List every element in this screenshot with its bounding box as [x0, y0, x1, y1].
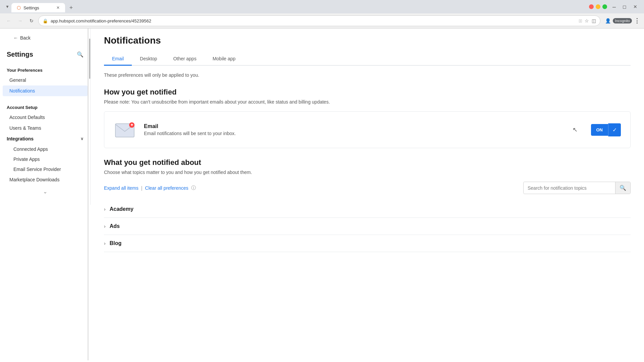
sidebar-toggle-icon[interactable]: ◫: [592, 18, 596, 23]
browser-tab-title: Settings: [23, 5, 39, 10]
notify-section-title: What you get notified about: [104, 158, 631, 167]
integrations-chevron-icon: ∨: [80, 136, 84, 141]
accordion-chevron-blog: ›: [104, 241, 106, 246]
sidebar-section-your-preferences: Your Preferences: [0, 62, 90, 75]
email-notification-card: ✦ Email Email notifications will be sent…: [104, 111, 631, 148]
clear-all-link[interactable]: Clear all preferences: [145, 185, 188, 191]
sidebar-scroll-indicator: [88, 28, 89, 360]
notification-search-button[interactable]: 🔍: [615, 182, 630, 194]
accordion-chevron-ads: ›: [104, 224, 106, 229]
sidebar-group-integrations-header[interactable]: Integrations ∨: [0, 133, 90, 144]
tabs-bar: Email Desktop Other apps Mobile app: [104, 53, 631, 66]
browser-tab-active[interactable]: ⬡ Settings ✕: [11, 3, 65, 12]
browser-chrome: ▼ ⬡ Settings ✕ + – ◻ ✕ ← → ↻ 🔒 app.hubsp…: [0, 0, 644, 28]
email-icon: ✦: [114, 120, 137, 140]
sidebar-group-integrations: Integrations ∨ Connected Apps Private Ap…: [0, 133, 90, 174]
maximize-button[interactable]: ◻: [623, 4, 627, 9]
browser-right-icons: 👤 Incognito ⋮: [605, 17, 640, 24]
main-content: Notifications Email Desktop Other apps M…: [91, 28, 644, 360]
accordion-title-academy: Academy: [110, 206, 133, 212]
back-button[interactable]: ← Back: [7, 32, 37, 43]
email-card-title: Email: [144, 123, 566, 129]
sidebar-header: Settings 🔍: [0, 45, 90, 62]
tab-close-button[interactable]: ✕: [56, 5, 60, 10]
user-account-icon[interactable]: 👤: [605, 18, 611, 23]
notification-search-input[interactable]: [524, 183, 615, 193]
sidebar-item-marketplace-downloads[interactable]: Marketplace Downloads: [3, 174, 88, 185]
page-title: Notifications: [104, 35, 631, 46]
sidebar-item-connected-apps[interactable]: Connected Apps: [3, 144, 88, 154]
tab-email[interactable]: Email: [104, 53, 132, 66]
minimize-button[interactable]: –: [612, 3, 616, 10]
integrations-label: Integrations: [7, 136, 34, 141]
link-separator: |: [141, 185, 143, 191]
email-card-content: Email Email notifications will be sent t…: [144, 123, 566, 136]
toggle-on-label[interactable]: ON: [591, 124, 608, 136]
hubspot-favicon: ⬡: [17, 5, 21, 10]
notification-search-box[interactable]: 🔍: [523, 182, 631, 194]
email-svg-icon: ✦: [114, 120, 137, 140]
tab-mobile-app[interactable]: Mobile app: [205, 53, 244, 66]
sidebar-title: Settings: [7, 51, 33, 58]
preferences-note: These preferences will only be applied t…: [104, 72, 631, 78]
accordion-title-ads: Ads: [110, 223, 120, 229]
svg-text:✦: ✦: [130, 123, 133, 127]
eye-slash-icon: 👁̸: [579, 18, 582, 23]
sidebar-item-private-apps[interactable]: Private Apps: [3, 154, 88, 164]
back-button-label: Back: [20, 35, 31, 41]
browser-menu-icon[interactable]: ⋮: [634, 17, 640, 24]
sidebar-item-email-service-provider[interactable]: Email Service Provider: [3, 164, 88, 174]
sidebar-scroll-down-indicator: ⌄: [0, 185, 90, 198]
sidebar-item-users-teams[interactable]: Users & Teams: [3, 123, 88, 133]
browser-tab-nav-arrow[interactable]: ▼: [3, 4, 11, 11]
sidebar-item-account-defaults[interactable]: Account Defaults: [3, 112, 88, 123]
address-bar-icons: 👁̸ ☆ ◫: [579, 18, 596, 23]
new-tab-button[interactable]: +: [66, 3, 76, 12]
sidebar-item-notifications[interactable]: Notifications: [3, 85, 88, 96]
sidebar-scrollbar-thumb: [89, 39, 90, 79]
nav-back-button[interactable]: ←: [4, 16, 13, 25]
expand-all-link[interactable]: Expand all items: [104, 185, 139, 191]
close-window-button[interactable]: ✕: [633, 4, 637, 9]
incognito-badge: Incognito: [613, 18, 632, 23]
clear-all-info-icon[interactable]: ⓘ: [191, 185, 196, 191]
accordion-header-blog[interactable]: › Blog: [104, 235, 631, 252]
back-arrow-icon: ←: [13, 35, 18, 41]
app-layout: ← Back Settings 🔍 Your Preferences Gener…: [0, 28, 644, 360]
browser-controls: ← → ↻ 🔒 app.hubspot.com/notification-pre…: [0, 13, 644, 28]
notify-controls: Expand all items | Clear all preferences…: [104, 182, 631, 194]
sidebar-item-general[interactable]: General: [3, 75, 88, 85]
mouse-cursor: ↖: [573, 126, 578, 133]
notify-links: Expand all items | Clear all preferences…: [104, 185, 196, 191]
sidebar-search-icon[interactable]: 🔍: [77, 51, 84, 58]
accordion-chevron-academy: ›: [104, 206, 106, 212]
accordion-item-blog: › Blog: [104, 235, 631, 252]
accordion-title-blog: Blog: [110, 240, 122, 246]
address-text: app.hubspot.com/notification-preferences…: [51, 18, 576, 23]
back-button-wrap[interactable]: ← Back: [0, 28, 90, 45]
tab-other-apps[interactable]: Other apps: [165, 53, 204, 66]
accordion-list: › Academy › Ads › Blog: [104, 201, 631, 252]
address-lock-icon: 🔒: [43, 18, 48, 23]
toggle-check-mark[interactable]: ✓: [608, 123, 621, 136]
accordion-header-academy[interactable]: › Academy: [104, 201, 631, 218]
accordion-header-ads[interactable]: › Ads: [104, 218, 631, 235]
bookmark-icon[interactable]: ☆: [585, 18, 589, 23]
email-toggle-button[interactable]: ON ✓: [591, 123, 621, 136]
how-notified-note: Please note: You can't unsubscribe from …: [104, 99, 631, 105]
email-card-desc: Email notifications will be sent to your…: [144, 131, 566, 136]
sidebar: ← Back Settings 🔍 Your Preferences Gener…: [0, 28, 91, 205]
notify-section-desc: Choose what topics matter to you and how…: [104, 170, 631, 175]
accordion-item-ads: › Ads: [104, 218, 631, 235]
address-bar[interactable]: 🔒 app.hubspot.com/notification-preferenc…: [38, 15, 600, 26]
nav-forward-button[interactable]: →: [15, 16, 25, 25]
nav-refresh-button[interactable]: ↻: [27, 16, 36, 25]
tab-desktop[interactable]: Desktop: [132, 53, 165, 66]
how-notified-title: How you get notified: [104, 88, 631, 97]
sidebar-section-account-setup: Account Setup: [0, 100, 90, 112]
accordion-item-academy: › Academy: [104, 201, 631, 218]
browser-titlebar: ▼ ⬡ Settings ✕ + – ◻ ✕: [0, 0, 644, 13]
